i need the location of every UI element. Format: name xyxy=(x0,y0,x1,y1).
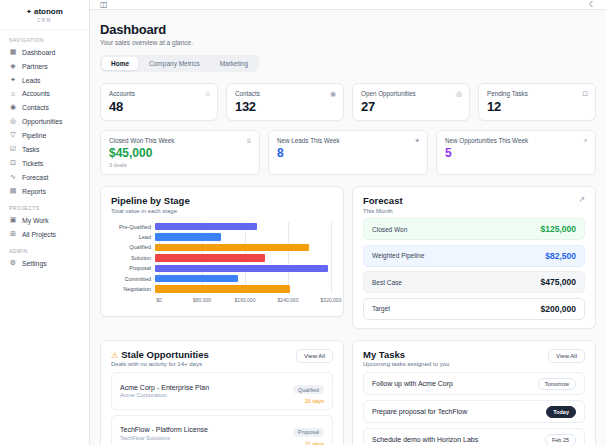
bar-category-label: Negotiation xyxy=(111,286,155,292)
week-stats-row: Closed Won This Week $45,000 3 deals ♕ N… xyxy=(100,130,596,175)
pipeline-xticks: $0$80,000$160,000$240,000$320,000 xyxy=(159,294,331,304)
brand-tagline: CRM xyxy=(4,18,85,23)
tab[interactable]: Marketing xyxy=(211,57,258,70)
stale-view-all-button[interactable]: View All xyxy=(296,349,333,363)
sidebar-item[interactable]: ▣ My Work xyxy=(0,213,89,227)
sidebar-item[interactable]: ⊞ All Projects xyxy=(0,227,89,241)
x-tick-label: $240,000 xyxy=(278,297,299,303)
bar-row: Proposal xyxy=(111,263,333,273)
bar-track xyxy=(155,273,331,283)
bar-category-label: Pre-Qualified xyxy=(111,224,155,230)
sidebar-item[interactable]: ◎ Opportunities xyxy=(0,114,89,128)
days-stale: 26 days xyxy=(293,398,324,404)
x-tick-label: $160,000 xyxy=(235,297,256,303)
sidebar-section: Projects ▣ My Work ⊞ All Projects xyxy=(0,205,89,241)
sidebar-item-label: Pipeline xyxy=(22,132,46,139)
brand-logo[interactable]: ✦ atonom CRM xyxy=(0,0,89,30)
tab[interactable]: Home xyxy=(102,57,138,70)
task-label: Follow up with Acme Corp xyxy=(372,380,453,387)
sidebar-item[interactable]: ☑ Tasks xyxy=(0,142,89,156)
forecast-row: Target $200,000 xyxy=(363,298,585,320)
bar-row: Negotiation xyxy=(111,284,333,294)
sidebar-item-label: Contacts xyxy=(22,104,49,111)
sidebar-toggle-icon[interactable]: ◫ xyxy=(100,0,108,9)
sidebar-section-items: ⚙ Settings xyxy=(0,256,89,270)
bar-category-label: Qualified xyxy=(111,244,155,250)
sidebar-item-label: Partners xyxy=(22,63,48,70)
forecast-row: Closed Won $125,000 xyxy=(363,218,585,240)
page-title: Dashboard xyxy=(100,22,596,37)
stale-opportunity-row[interactable]: Acme Corp - Enterprise Plan Acme Corpora… xyxy=(111,372,333,410)
week-stat-label: New Leads This Week xyxy=(277,137,419,144)
sidebar-item[interactable]: ◈ Partners xyxy=(0,59,89,73)
sidebar: ✦ atonom CRM Navigation ▦ Dashboard ◈ Pa… xyxy=(0,0,90,445)
sidebar-item-label: Leads xyxy=(22,77,41,84)
sidebar-item[interactable]: ⊡ Tickets xyxy=(0,156,89,170)
opportunities-icon: ◎ xyxy=(9,117,17,125)
due-badge: Feb 25 xyxy=(545,434,576,445)
task-row[interactable]: Follow up with Acme Corp Tomorrow xyxy=(363,372,585,395)
forecast-icon: ∿ xyxy=(9,173,17,181)
stat-value: 132 xyxy=(235,99,335,114)
task-row[interactable]: Prepare proposal for TechFlow Today xyxy=(363,400,585,423)
tasks-view-all-button[interactable]: View All xyxy=(548,349,585,363)
target-icon: ◎ xyxy=(456,90,462,98)
bar-category-label: Proposal xyxy=(111,265,155,271)
main-area: ◫ ☾ Dashboard Your sales overview at a g… xyxy=(90,0,606,445)
bar xyxy=(155,244,309,251)
bar xyxy=(155,275,238,282)
sidebar-item[interactable]: ⌂ Accounts xyxy=(0,87,89,100)
all-projects-icon: ⊞ xyxy=(9,230,17,238)
stage-badge: Proposal xyxy=(293,428,324,437)
task-label: Prepare proposal for TechFlow xyxy=(372,408,467,415)
sidebar-nav: Navigation ▦ Dashboard ◈ Partners ✦ Lead… xyxy=(0,37,89,270)
pipeline-chart: Pre-QualifiedLeadQualifiedSolutionPropos… xyxy=(111,222,333,295)
sidebar-item-label: Forecast xyxy=(22,174,48,181)
sidebar-item-label: Accounts xyxy=(22,90,50,97)
sidebar-item[interactable]: ▦ Dashboard xyxy=(0,45,89,59)
tab[interactable]: Company Metrics xyxy=(140,57,209,70)
bar-track xyxy=(155,263,331,273)
brand-name: atonom xyxy=(34,7,63,16)
task-row[interactable]: Schedule demo with Horizon Labs Feb 25 xyxy=(363,428,585,445)
stat-value: 27 xyxy=(361,99,461,114)
contacts-icon: ◉ xyxy=(9,103,17,111)
week-stat-card: New Leads This Week 8 ✦ xyxy=(268,130,428,175)
sidebar-item[interactable]: ▽ Pipeline xyxy=(0,128,89,142)
sidebar-item[interactable]: ⚙ Settings xyxy=(0,256,89,270)
tasks-title: My Tasks xyxy=(363,349,449,360)
stale-opportunity-row[interactable]: TechFlow - Platform License TechFlow Sol… xyxy=(111,415,333,445)
charts-row: Pipeline by Stage Total value in each st… xyxy=(100,186,596,329)
bar-track xyxy=(155,232,331,242)
clipboard-icon: ⊡ xyxy=(582,90,588,98)
stat-value: 48 xyxy=(109,99,209,114)
pipeline-chart-title: Pipeline by Stage xyxy=(111,195,190,206)
forecast-row-label: Weighted Pipeline xyxy=(372,252,424,259)
stat-label: Open Opportunities xyxy=(361,90,461,97)
stats-row: Accounts 48 ⌂ Contacts 132 ◉ Open Opport… xyxy=(100,83,596,121)
x-tick-label: $0 xyxy=(156,297,162,303)
sidebar-item[interactable]: ▤ Reports xyxy=(0,184,89,198)
sidebar-item[interactable]: ✦ Leads xyxy=(0,73,89,87)
sidebar-item[interactable]: ∿ Forecast xyxy=(0,170,89,184)
week-stat-value: 5 xyxy=(445,146,587,160)
bar-track xyxy=(155,253,331,263)
settings-icon: ⚙ xyxy=(9,259,17,267)
week-stat-sub: 3 deals xyxy=(109,162,251,168)
task-label: Schedule demo with Horizon Labs xyxy=(372,436,478,443)
trophy-icon: ♕ xyxy=(246,137,252,145)
accounts-icon: ⌂ xyxy=(9,90,17,97)
pipeline-chart-subtitle: Total value in each stage xyxy=(111,208,190,214)
bar-row: Pre-Qualified xyxy=(111,222,333,232)
brand-logo-icon: ✦ xyxy=(26,8,32,16)
week-stat-card: New Opportunities This Week 5 ⚡ xyxy=(436,130,596,175)
stat-card: Pending Tasks 12 ⊡ xyxy=(478,83,596,121)
theme-toggle-icon[interactable]: ☾ xyxy=(589,0,596,9)
stat-label: Contacts xyxy=(235,90,335,97)
days-stale: 21 days xyxy=(293,441,324,445)
sidebar-section: Navigation ▦ Dashboard ◈ Partners ✦ Lead… xyxy=(0,37,89,198)
x-tick-label: $320,000 xyxy=(321,297,342,303)
sidebar-item[interactable]: ◉ Contacts xyxy=(0,100,89,114)
forecast-row: Best Case $475,000 xyxy=(363,271,585,293)
opportunity-name: Acme Corp - Enterprise Plan xyxy=(120,384,209,391)
